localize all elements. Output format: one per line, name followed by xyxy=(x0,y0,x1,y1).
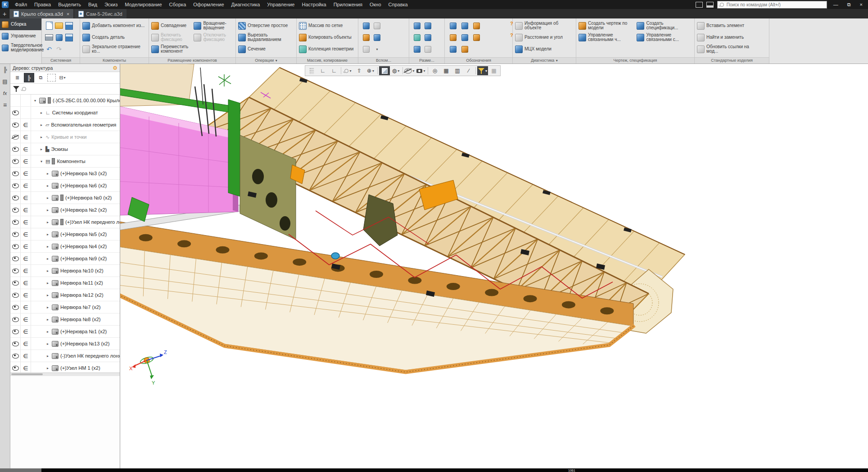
expand-arrow-icon[interactable]: ▸ xyxy=(45,305,50,309)
in-assembly-icon[interactable]: ∈ xyxy=(21,228,31,240)
workplane-icon[interactable]: ▥ xyxy=(452,66,463,75)
expand-arrow-icon[interactable]: ▾ xyxy=(39,159,44,163)
sketch-cs-icon[interactable]: ∟ xyxy=(317,66,328,75)
copy-objects-button[interactable]: Копировать объекты xyxy=(299,32,353,43)
spline-icon[interactable] xyxy=(363,46,370,53)
tree-filter-input[interactable] xyxy=(29,86,117,92)
tree-row[interactable]: ∈▸Нервюра №10 (x2) xyxy=(10,265,120,277)
visibility-icon[interactable] xyxy=(12,110,19,115)
visibility-icon[interactable] xyxy=(12,317,19,322)
mode-assembly[interactable]: Сборка xyxy=(0,18,41,30)
quick-sketch-icon[interactable]: ∕ xyxy=(463,66,474,75)
simple-hole-button[interactable]: Отверстие простое xyxy=(238,20,294,32)
tree-row[interactable]: ∈▸(+)Узел НК переднего лонж пе xyxy=(10,216,120,228)
visibility-icon[interactable] xyxy=(12,159,19,164)
mirror-components-button[interactable]: Зеркальное отражение ко... xyxy=(82,43,145,55)
expand-arrow-icon[interactable]: ▸ xyxy=(45,220,50,224)
expand-arrow-icon[interactable]: ▸ xyxy=(45,184,50,188)
in-assembly-icon[interactable]: ∈ xyxy=(21,131,31,143)
visibility-icon[interactable] xyxy=(12,244,19,249)
close-button[interactable]: × xyxy=(857,2,865,7)
expand-arrow-icon[interactable]: ▸ xyxy=(45,330,50,334)
find-replace-button[interactable]: Найти и заменить xyxy=(697,32,760,43)
open-icon[interactable] xyxy=(55,23,63,29)
tree-root-row[interactable]: ▾(-)С5-2БС.01.00.00.000 Крыло сбор xyxy=(10,95,120,107)
radial-dimension-icon[interactable] xyxy=(425,23,431,29)
level-notation-icon[interactable] xyxy=(461,46,468,53)
restore-button[interactable]: ⧉ xyxy=(845,2,854,8)
tree-row[interactable]: ∈▸▙Эскизы xyxy=(10,143,120,155)
tree-row[interactable]: ∈▸(+)Нервюра №2 (x2) xyxy=(10,204,120,216)
tree-row[interactable]: ▸∟Системы координат xyxy=(10,107,120,119)
expand-arrow-icon[interactable]: ▸ xyxy=(45,342,50,346)
print-icon[interactable] xyxy=(45,34,53,41)
roughness-icon[interactable] xyxy=(461,34,468,41)
visibility-icon[interactable] xyxy=(12,329,19,334)
tree-row[interactable]: ∈▸Нервюра №12 (x2) xyxy=(10,289,120,301)
visibility-icon[interactable] xyxy=(12,147,19,152)
mode-solid-modeling[interactable]: Твердотельное моделирование xyxy=(0,42,41,54)
tree-row[interactable]: ∈▸∿Кривые и точки xyxy=(10,131,120,143)
in-assembly-icon[interactable]: ∈ xyxy=(21,168,31,179)
visibility-icon[interactable] xyxy=(12,354,19,359)
tree-row[interactable]: ∈▸▱Вспомогательная геометрия xyxy=(10,119,120,131)
manage-linked-specs-button[interactable]: Управление связанными с... xyxy=(637,32,692,43)
expand-arrow-icon[interactable]: ▸ xyxy=(45,208,50,212)
aux-plane-icon[interactable] xyxy=(363,23,370,29)
marker-icon[interactable] xyxy=(473,34,480,41)
expand-arrow-icon[interactable]: ▸ xyxy=(45,245,50,249)
visibility-icon[interactable] xyxy=(12,195,19,200)
in-assembly-icon[interactable]: ∈ xyxy=(21,326,31,337)
dimension-icon[interactable] xyxy=(414,23,420,29)
hide-objects-icon[interactable]: ▾ xyxy=(404,66,415,75)
expand-arrow-icon[interactable]: ▸ xyxy=(45,257,50,261)
create-specification-button[interactable]: Создать спецификаци... xyxy=(637,20,692,32)
tree-row[interactable]: ∈▸(+)Узел НМ 1 (x2) xyxy=(10,362,120,372)
in-assembly-icon[interactable]: ∈ xyxy=(21,289,31,301)
expand-arrow-icon[interactable]: ▸ xyxy=(45,281,50,285)
move-component-button[interactable]: Переместить компонент xyxy=(151,43,192,55)
in-assembly-icon[interactable]: ∈ xyxy=(21,216,31,228)
section-view-icon[interactable]: ▾ xyxy=(416,66,426,75)
in-assembly-icon[interactable]: ∈ xyxy=(21,313,31,325)
manage-linked-drawings-button[interactable]: Управление связанными ч... xyxy=(579,32,635,43)
tree-row[interactable]: ∈▸Нервюра №8 (x2) xyxy=(10,313,120,326)
distance-angle-button[interactable]: Расстояние и угол xyxy=(515,32,574,43)
tab-krylo-sborka[interactable]: Крыло сборка.a3d × xyxy=(9,9,73,18)
expand-arrow-icon[interactable]: ▸ xyxy=(39,147,44,151)
coincidence-button[interactable]: Совпадение xyxy=(151,20,192,32)
insert-element-button[interactable]: Вставить элемент xyxy=(697,20,760,32)
visibility-icon[interactable] xyxy=(12,232,19,237)
parameters-panel-icon[interactable]: ▤ xyxy=(1,77,9,86)
create-part-button[interactable]: Создать деталь xyxy=(82,32,145,43)
menu-item[interactable]: Моделирование xyxy=(121,1,165,8)
in-assembly-icon[interactable]: ∈ xyxy=(21,241,31,252)
menu-item[interactable]: Сборка xyxy=(166,1,190,8)
visibility-icon[interactable] xyxy=(12,220,19,225)
filter-funnel-icon[interactable] xyxy=(13,86,19,92)
local-cs-icon[interactable] xyxy=(374,34,380,41)
geometry-collection-button[interactable]: Коллекция геометрии xyxy=(299,43,353,55)
in-assembly-icon[interactable]: ∈ xyxy=(21,253,31,264)
tree-row[interactable]: ∈▾▤Компоненты xyxy=(10,155,120,168)
flag-notation-icon[interactable] xyxy=(450,46,457,53)
command-search-input[interactable] xyxy=(726,2,824,8)
in-assembly-icon[interactable]: ∈ xyxy=(21,143,31,155)
tab-close-icon[interactable]: × xyxy=(67,11,69,17)
visibility-icon[interactable] xyxy=(12,341,19,346)
slope-notation-icon[interactable] xyxy=(473,23,480,29)
tree-row[interactable]: ∈▸(+)Нервюра №6 (x2) xyxy=(10,180,120,192)
mode-management[interactable]: Управление xyxy=(0,30,41,42)
base-notation-icon[interactable] xyxy=(450,34,457,41)
in-assembly-icon[interactable]: ∈ xyxy=(21,338,31,349)
grid-display-icon[interactable]: ▦ xyxy=(441,66,452,75)
visibility-icon[interactable] xyxy=(12,183,19,188)
in-assembly-icon[interactable]: ∈ xyxy=(21,204,31,216)
menu-item[interactable]: Файл xyxy=(11,1,31,8)
visibility-icon[interactable] xyxy=(12,268,19,273)
expand-arrow-icon[interactable]: ▸ xyxy=(39,123,44,127)
cylinder-notation-icon[interactable] xyxy=(450,23,457,29)
new-document-icon[interactable] xyxy=(46,22,53,30)
menu-item[interactable]: Настройка xyxy=(298,1,330,8)
visibility-icon[interactable] xyxy=(12,208,19,213)
